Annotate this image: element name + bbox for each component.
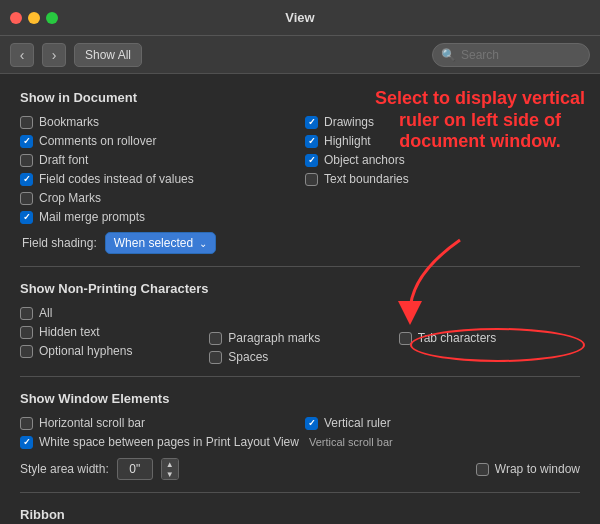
all-label: All bbox=[39, 306, 52, 320]
text-boundaries-label: Text boundaries bbox=[324, 172, 409, 186]
window-title: View bbox=[285, 10, 314, 25]
field-shading-row: Field shading: When selected ⌄ bbox=[20, 232, 580, 254]
style-area-row: Style area width: ▲ ▼ Wrap to window bbox=[20, 458, 580, 480]
highlight-checkbox[interactable] bbox=[305, 135, 318, 148]
list-item: Object anchors bbox=[305, 153, 580, 167]
style-area-stepper[interactable]: ▲ ▼ bbox=[161, 458, 179, 480]
minimize-button[interactable] bbox=[28, 12, 40, 24]
draft-font-checkbox[interactable] bbox=[20, 154, 33, 167]
search-box: 🔍 bbox=[432, 43, 590, 67]
stepper-up[interactable]: ▲ bbox=[162, 459, 178, 469]
list-item: Text boundaries bbox=[305, 172, 580, 186]
list-item: Tab characters bbox=[399, 331, 580, 345]
bookmarks-label: Bookmarks bbox=[39, 115, 99, 129]
crop-marks-label: Crop Marks bbox=[39, 191, 101, 205]
list-item: Bookmarks bbox=[20, 115, 295, 129]
horizontal-scroll-checkbox[interactable] bbox=[20, 417, 33, 430]
vertical-ruler-label: Vertical ruler bbox=[324, 416, 391, 430]
drawings-label: Drawings bbox=[324, 115, 374, 129]
field-codes-checkbox[interactable] bbox=[20, 173, 33, 186]
highlight-label: Highlight bbox=[324, 134, 371, 148]
field-codes-label: Field codes instead of values bbox=[39, 172, 194, 186]
ribbon-header: Ribbon bbox=[20, 507, 580, 522]
bookmarks-checkbox[interactable] bbox=[20, 116, 33, 129]
search-input[interactable] bbox=[461, 48, 581, 62]
hidden-text-checkbox[interactable] bbox=[20, 326, 33, 339]
field-shading-value: When selected bbox=[114, 236, 193, 250]
stepper-down[interactable]: ▼ bbox=[162, 469, 178, 479]
list-item: Crop Marks bbox=[20, 191, 295, 205]
list-item: Hidden text bbox=[20, 325, 201, 339]
list-item: Horizontal scroll bar bbox=[20, 416, 295, 430]
show-all-button[interactable]: Show All bbox=[74, 43, 142, 67]
tab-characters-checkbox[interactable] bbox=[399, 332, 412, 345]
list-item: Comments on rollover bbox=[20, 134, 295, 148]
title-bar: View bbox=[0, 0, 600, 36]
comments-checkbox[interactable] bbox=[20, 135, 33, 148]
paragraph-marks-checkbox[interactable] bbox=[209, 332, 222, 345]
object-anchors-checkbox[interactable] bbox=[305, 154, 318, 167]
tab-characters-label: Tab characters bbox=[418, 331, 497, 345]
list-item: All bbox=[20, 306, 201, 320]
list-item: Highlight bbox=[305, 134, 580, 148]
crop-marks-checkbox[interactable] bbox=[20, 192, 33, 205]
wrap-to-window-label: Wrap to window bbox=[495, 462, 580, 476]
window-two-col: Horizontal scroll bar Vertical ruler bbox=[20, 416, 580, 430]
toolbar: ‹ › Show All 🔍 bbox=[0, 36, 600, 74]
field-shading-label: Field shading: bbox=[22, 236, 97, 250]
list-item: Optional hyphens bbox=[20, 344, 201, 358]
show-in-document-grid: Bookmarks Comments on rollover Draft fon… bbox=[20, 115, 580, 224]
optional-hyphens-label: Optional hyphens bbox=[39, 344, 132, 358]
show-in-document-header: Show in Document bbox=[20, 90, 580, 105]
window-elements-header: Show Window Elements bbox=[20, 391, 580, 406]
vertical-ruler-checkbox[interactable] bbox=[305, 417, 318, 430]
list-item: Vertical ruler bbox=[305, 416, 580, 430]
forward-button[interactable]: › bbox=[42, 43, 66, 67]
mail-merge-label: Mail merge prompts bbox=[39, 210, 145, 224]
list-item: Spaces bbox=[209, 350, 390, 364]
drawings-checkbox[interactable] bbox=[305, 116, 318, 129]
horizontal-scroll-label: Horizontal scroll bar bbox=[39, 416, 145, 430]
optional-hyphens-checkbox[interactable] bbox=[20, 345, 33, 358]
style-area-label: Style area width: bbox=[20, 462, 109, 476]
list-item: Paragraph marks bbox=[209, 331, 390, 345]
list-item: White space between pages in Print Layou… bbox=[20, 435, 580, 449]
wrap-to-window-checkbox[interactable] bbox=[476, 463, 489, 476]
list-item: Draft font bbox=[20, 153, 295, 167]
traffic-lights bbox=[10, 12, 58, 24]
hidden-text-label: Hidden text bbox=[39, 325, 100, 339]
non-printing-header: Show Non-Printing Characters bbox=[20, 281, 580, 296]
spaces-checkbox[interactable] bbox=[209, 351, 222, 364]
draft-font-label: Draft font bbox=[39, 153, 88, 167]
text-boundaries-checkbox[interactable] bbox=[305, 173, 318, 186]
all-checkbox[interactable] bbox=[20, 307, 33, 320]
paragraph-marks-label: Paragraph marks bbox=[228, 331, 320, 345]
field-shading-dropdown[interactable]: When selected ⌄ bbox=[105, 232, 216, 254]
non-printing-grid: All Hidden text Optional hyphens Paragra… bbox=[20, 306, 580, 364]
preferences-content: Show in Document Bookmarks Comments on r… bbox=[0, 74, 600, 524]
comments-label: Comments on rollover bbox=[39, 134, 156, 148]
maximize-button[interactable] bbox=[46, 12, 58, 24]
style-area-input[interactable] bbox=[117, 458, 153, 480]
object-anchors-label: Object anchors bbox=[324, 153, 405, 167]
window-elements-grid: Horizontal scroll bar Vertical ruler Whi… bbox=[20, 416, 580, 480]
close-button[interactable] bbox=[10, 12, 22, 24]
mail-merge-checkbox[interactable] bbox=[20, 211, 33, 224]
list-item: Wrap to window bbox=[476, 462, 580, 476]
back-button[interactable]: ‹ bbox=[10, 43, 34, 67]
list-item: Mail merge prompts bbox=[20, 210, 295, 224]
search-icon: 🔍 bbox=[441, 48, 456, 62]
list-item: Drawings bbox=[305, 115, 580, 129]
white-space-label: White space between pages in Print Layou… bbox=[39, 435, 299, 449]
chevron-down-icon: ⌄ bbox=[199, 238, 207, 249]
white-space-checkbox[interactable] bbox=[20, 436, 33, 449]
spaces-label: Spaces bbox=[228, 350, 268, 364]
vertical-scroll-label: Vertical scroll bar bbox=[309, 436, 393, 448]
list-item: Field codes instead of values bbox=[20, 172, 295, 186]
